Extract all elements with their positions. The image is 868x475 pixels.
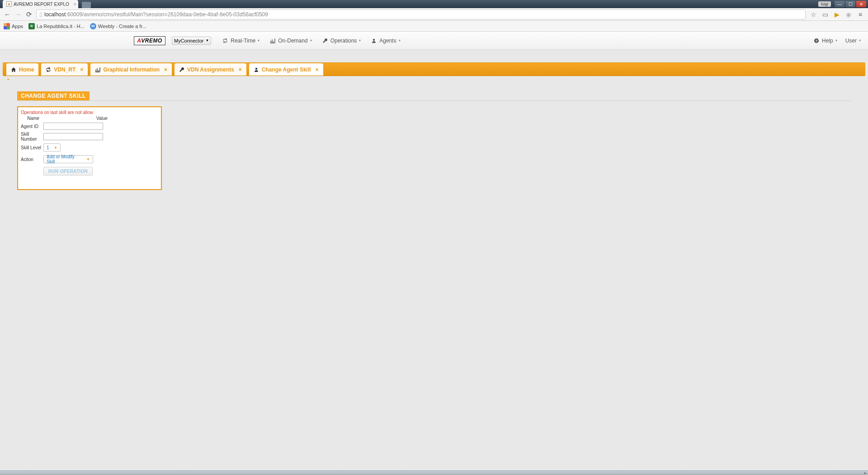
bookmark-apps[interactable]: Apps <box>4 23 23 29</box>
favicon-icon: A <box>6 1 12 7</box>
minimize-button[interactable]: — <box>835 1 844 7</box>
menu-realtime[interactable]: Real-Time ▾ <box>222 38 259 44</box>
chevron-down-icon: ▾ <box>258 38 259 43</box>
close-icon[interactable]: × <box>73 1 76 7</box>
menu-help[interactable]: ? Help ▾ <box>813 38 837 44</box>
form-warning: Operations on last skill are not allow <box>21 110 158 115</box>
tab-vdn-assignments[interactable]: VDN Assignments × <box>175 63 246 76</box>
content-area: CHANGE AGENT SKILL Operations on last sk… <box>3 81 865 343</box>
chart-icon <box>95 67 100 72</box>
reload-button[interactable]: ⟳ <box>25 11 33 18</box>
row-skill-number: Skill Number <box>21 132 158 142</box>
spacer <box>0 50 868 62</box>
url-host: localhost <box>44 11 66 18</box>
wrench-icon <box>179 67 184 72</box>
menu-operations[interactable]: Operations ▾ <box>322 38 361 44</box>
device-icon[interactable]: ▭ <box>821 10 829 19</box>
chevron-down-icon: ▾ <box>359 38 361 43</box>
change-agent-skill-form: Operations on last skill are not allow N… <box>17 106 162 190</box>
chevron-down-icon: ▾ <box>399 38 401 43</box>
back-button[interactable]: ← <box>4 11 11 18</box>
close-icon[interactable]: × <box>164 66 167 73</box>
tab-vdn-rt[interactable]: VDN_RT × <box>41 63 88 76</box>
maximize-button[interactable]: ☐ <box>845 1 855 7</box>
refresh-icon <box>222 38 228 44</box>
browser-tab[interactable]: A AVREMO REPORT EXPLO × <box>3 0 78 8</box>
row-skill-level: Skill Level 1 ▼ <box>21 143 158 152</box>
menu-label: Help <box>822 38 833 44</box>
menu-label: Agents <box>379 38 396 44</box>
action-select[interactable]: Add or Modify Skill ▼ <box>43 155 93 163</box>
skill-number-input[interactable] <box>43 133 103 140</box>
page-icon: ▯ <box>39 11 42 18</box>
close-window-button[interactable]: ✕ <box>856 1 866 7</box>
star-icon[interactable]: ☆ <box>809 10 817 19</box>
browser-toolbar: ← → ⟳ ▯ localhost:60009/avremo/cms/restf… <box>0 8 868 21</box>
tab-change-agent-skill[interactable]: Change Agent Skill × <box>249 63 323 76</box>
user-icon <box>254 67 259 72</box>
tab-label: Home <box>19 66 34 73</box>
skill-level-value: 1 <box>47 145 49 150</box>
chart-icon <box>269 38 276 44</box>
chevron-down-icon: ▼ <box>86 157 90 162</box>
extension-play-icon[interactable]: ▶ <box>833 10 841 19</box>
close-icon[interactable]: × <box>316 66 319 73</box>
menu-icon[interactable]: ≡ <box>856 10 864 19</box>
header-name: Name <box>21 116 46 121</box>
logo-a: A <box>137 38 141 44</box>
os-user-badge: luigi <box>818 1 831 7</box>
tab-home[interactable]: Home <box>6 63 38 76</box>
svg-text:?: ? <box>816 39 818 43</box>
url-path: :60009/avremo/cms/restful/Main?session=2… <box>66 11 268 18</box>
chevron-down-icon: ▾ <box>859 38 861 43</box>
apps-icon <box>4 23 10 29</box>
browser-tab-title: AVREMO REPORT EXPLO <box>14 2 69 7</box>
help-icon: ? <box>813 38 820 44</box>
url-bar[interactable]: ▯ localhost:60009/avremo/cms/restful/Mai… <box>36 10 806 19</box>
menu-right: ? Help ▾ User ▾ <box>813 38 861 44</box>
bookmark-label: Weebly - Create a fr... <box>98 24 146 29</box>
home-icon <box>11 67 16 72</box>
new-tab-button[interactable] <box>82 2 91 8</box>
action-value: Add or Modify Skill <box>47 154 83 164</box>
browser-titlebar: A AVREMO REPORT EXPLO × luigi — ☐ ✕ <box>0 0 868 8</box>
skill-level-select[interactable]: 1 ▼ <box>43 143 61 152</box>
tab-label: Graphical Information <box>103 66 160 73</box>
run-operation-button[interactable]: RUN OPERATION <box>43 167 93 176</box>
svg-point-3 <box>255 67 257 69</box>
svg-point-0 <box>373 38 375 40</box>
main-menu: Real-Time ▾ On-Demand ▾ Operations ▾ Age… <box>222 38 400 44</box>
form-headers: Name Value <box>21 116 158 121</box>
logo-rest: VREMO <box>141 38 162 44</box>
window-controls: luigi — ☐ ✕ <box>818 1 866 7</box>
menu-ondemand[interactable]: On-Demand ▾ <box>269 38 311 44</box>
chevron-down-icon: ▼ <box>54 146 57 150</box>
collapse-indicator: ▴ <box>3 76 865 81</box>
user-icon <box>371 38 377 44</box>
menu-agents[interactable]: Agents ▾ <box>371 38 400 44</box>
tab-graphical-info[interactable]: Graphical Information × <box>90 63 172 76</box>
forward-button[interactable]: → <box>14 11 22 18</box>
extension-icon[interactable]: ◉ <box>844 10 853 19</box>
app-logo: AVREMO <box>134 36 165 45</box>
menu-label: Operations <box>330 38 357 44</box>
agent-id-input[interactable] <box>43 123 103 130</box>
close-icon[interactable]: × <box>239 66 242 73</box>
content-wrap: ▴ CHANGE AGENT SKILL Operations on last … <box>0 76 868 343</box>
refresh-icon <box>46 67 51 72</box>
label-skill-number: Skill Number <box>21 132 43 142</box>
bookmark-weebly[interactable]: W Weebly - Create a fr... <box>90 23 146 29</box>
menu-user[interactable]: User ▾ <box>845 38 861 44</box>
label-agent-id: Agent ID <box>21 124 43 129</box>
panel-title: CHANGE AGENT SKILL <box>17 91 90 100</box>
connector-select[interactable]: MyConnector ▼ <box>172 37 211 45</box>
close-icon[interactable]: × <box>80 66 83 73</box>
weebly-icon: W <box>90 23 96 29</box>
chevron-down-icon: ▾ <box>835 38 837 43</box>
browser-tab-strip: A AVREMO REPORT EXPLO × <box>0 0 91 8</box>
menu-label: On-Demand <box>278 38 307 44</box>
tab-label: Change Agent Skill <box>262 66 311 73</box>
tab-label: VDN_RT <box>54 66 75 73</box>
bookmark-repubblica[interactable]: R La Repubblica.it - H... <box>28 23 85 29</box>
label-skill-level: Skill Level <box>21 145 43 150</box>
